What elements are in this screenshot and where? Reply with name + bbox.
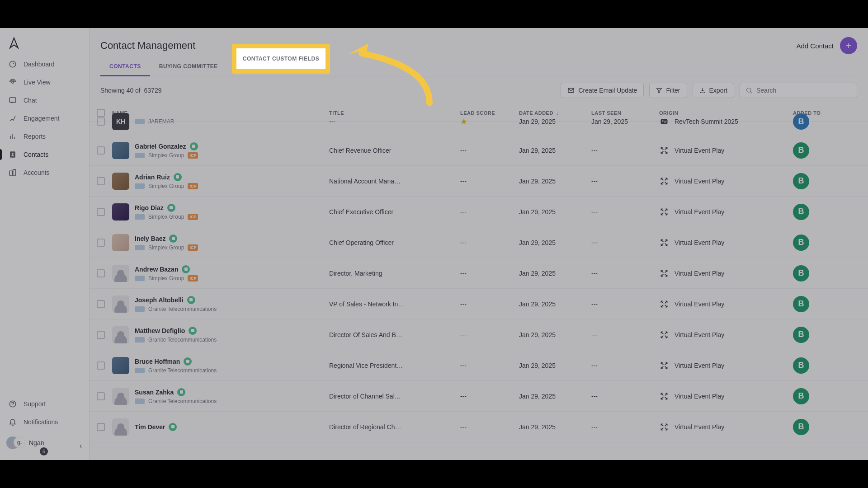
origin-icon — [659, 117, 669, 127]
row-checkbox[interactable] — [97, 300, 105, 308]
company-name: Granite Telecommunications — [148, 306, 217, 312]
lead-score: --- — [460, 270, 519, 277]
origin-icon — [659, 268, 669, 278]
nav-item-chat[interactable]: Chat — [0, 91, 89, 109]
contact-avatar — [112, 326, 129, 343]
added-to-badge[interactable]: B — [793, 142, 809, 159]
origin-label: Virtual Event Play — [675, 300, 724, 308]
table-row[interactable]: Joseph AltobelliGranite Telecommunicatio… — [90, 289, 868, 319]
add-contact-button[interactable]: Add Contact + — [796, 37, 857, 54]
added-to-badge[interactable]: B — [793, 204, 809, 220]
search-input-wrapper[interactable] — [740, 83, 857, 98]
column-lead-score[interactable]: LEAD SCORE — [460, 110, 519, 116]
last-seen: --- — [591, 270, 659, 277]
status-icon — [190, 142, 198, 150]
nav-item-accounts[interactable]: Accounts — [0, 164, 89, 182]
company-icon — [135, 153, 145, 158]
origin-icon — [659, 176, 669, 186]
table-row[interactable]: Inely BaezSimplex GroupICP Chief Operati… — [90, 227, 868, 258]
company-icon — [135, 399, 145, 404]
added-to-badge[interactable]: B — [793, 296, 809, 312]
table-row[interactable]: Tim Dever Director of Regional Ch… --- J… — [90, 412, 868, 442]
table-row[interactable]: Gabriel GonzalezSimplex GroupICP Chief R… — [90, 135, 868, 166]
column-origin[interactable]: ORIGIN — [659, 110, 793, 116]
row-checkbox[interactable] — [97, 361, 105, 370]
row-checkbox[interactable] — [97, 146, 105, 155]
contact-avatar — [112, 388, 129, 405]
table-row[interactable]: Matthew DefiglioGranite Telecommunicatio… — [90, 319, 868, 350]
column-date-added[interactable]: DATE ADDED ↓ — [519, 110, 591, 116]
table-row[interactable]: Adrian RuizSimplex GroupICP National Acc… — [90, 166, 868, 197]
origin-label: Virtual Event Play — [675, 239, 724, 246]
origin-label: Virtual Event Play — [675, 208, 724, 216]
icp-badge: ICP — [188, 152, 198, 159]
added-to-badge[interactable]: B — [793, 388, 809, 404]
origin-label: Virtual Event Play — [675, 393, 724, 400]
filter-button[interactable]: Filter — [649, 83, 687, 98]
tab-contacts[interactable]: CONTACTS — [100, 57, 150, 76]
icp-badge: ICP — [188, 214, 198, 220]
row-checkbox[interactable] — [97, 331, 105, 339]
table-row[interactable]: Rigo DiazSimplex GroupICP Chief Executiv… — [90, 197, 868, 227]
create-email-update-button[interactable]: Create Email Update — [561, 83, 644, 98]
nav-item-engagement[interactable]: Engagement — [0, 109, 89, 127]
row-checkbox[interactable] — [97, 208, 105, 216]
contact-name: Tim Dever — [135, 423, 165, 431]
nav-item-reports[interactable]: Reports — [0, 127, 89, 145]
row-checkbox[interactable] — [97, 423, 105, 431]
contact-avatar — [112, 265, 129, 282]
column-last-seen[interactable]: LAST SEEN — [591, 110, 659, 116]
origin-icon — [659, 422, 669, 432]
svg-rect-13 — [664, 122, 666, 122]
search-input[interactable] — [756, 87, 851, 94]
contact-title: Director Of Sales And B… — [329, 331, 460, 338]
svg-rect-5 — [9, 171, 12, 175]
row-checkbox[interactable] — [97, 269, 105, 277]
company-name: Simplex Group — [148, 214, 184, 220]
export-button[interactable]: Export — [693, 83, 734, 98]
nav-item-support[interactable]: Support — [0, 395, 89, 413]
row-checkbox[interactable] — [97, 392, 105, 400]
added-to-badge[interactable]: B — [793, 357, 809, 374]
nav-item-notifications[interactable]: Notifications — [0, 413, 89, 431]
svg-point-4 — [12, 153, 14, 155]
added-to-badge[interactable]: B — [793, 265, 809, 282]
main-content: Contact Management Add Contact + CONTACT… — [90, 28, 868, 460]
added-to-badge[interactable]: B — [793, 419, 809, 435]
last-seen: --- — [591, 423, 659, 431]
row-checkbox[interactable] — [97, 117, 105, 126]
company-icon — [135, 183, 145, 189]
contact-title: Chief Revenue Officer — [329, 147, 460, 154]
date-added: Jan 29, 2025 — [519, 147, 591, 154]
added-to-badge[interactable]: B — [793, 235, 809, 251]
table-row[interactable]: Andrew BazanSimplex GroupICP Director, M… — [90, 258, 868, 289]
date-added: Jan 29, 2025 — [519, 331, 591, 338]
nav-item-dashboard[interactable]: Dashboard — [0, 55, 89, 73]
nav-label: Engagement — [24, 115, 59, 122]
export-icon — [699, 87, 706, 94]
select-all-checkbox[interactable] — [97, 109, 105, 117]
nav-item-contacts[interactable]: Contacts — [0, 145, 89, 164]
table-row[interactable]: Susan ZahkaGranite Telecommunications Di… — [90, 381, 868, 412]
table-row[interactable]: Bruce HoffmanGranite Telecommunications … — [90, 350, 868, 381]
status-icon — [177, 388, 185, 396]
contact-title: Chief Executive Officer — [329, 208, 460, 216]
tab-contact-custom-fields[interactable]: CONTACT CUSTOM FIELDS — [227, 57, 321, 76]
nav-item-live-view[interactable]: Live View — [0, 73, 89, 91]
origin-icon — [659, 145, 669, 155]
user-badge[interactable]: g. Ngan 5 — [0, 431, 89, 455]
status-icon — [167, 204, 175, 212]
column-title[interactable]: TITLE — [329, 110, 460, 116]
status-icon — [187, 296, 195, 304]
svg-rect-6 — [13, 169, 16, 175]
collapse-sidebar-button[interactable]: ‹ — [80, 442, 82, 450]
added-to-badge[interactable]: B — [793, 113, 809, 130]
row-checkbox[interactable] — [97, 177, 105, 185]
row-checkbox[interactable] — [97, 239, 105, 247]
last-seen: --- — [591, 239, 659, 246]
added-to-badge[interactable]: B — [793, 327, 809, 343]
live-icon — [8, 78, 17, 87]
tab-buying-committee[interactable]: BUYING COMMITTEE — [150, 57, 227, 76]
added-to-badge[interactable]: B — [793, 173, 809, 189]
nav-label: Live View — [24, 79, 51, 86]
